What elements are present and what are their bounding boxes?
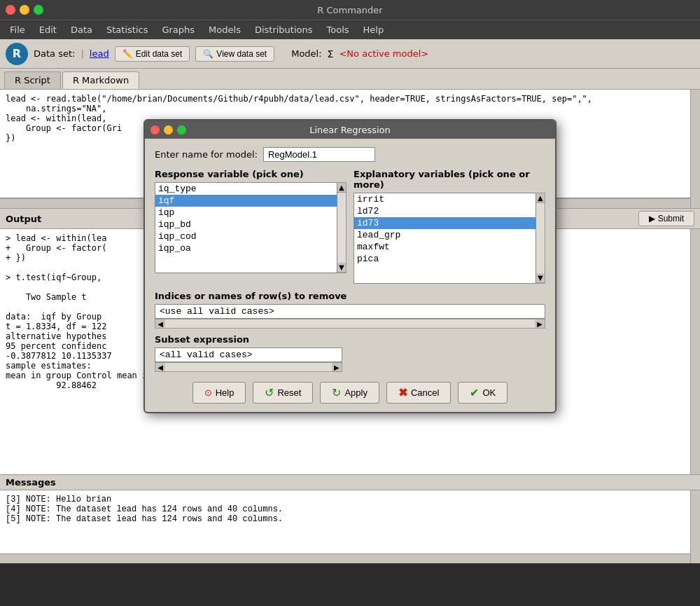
- variables-row: Response variable (pick one) iq_type iqf…: [155, 169, 545, 284]
- subset-section: Subset expression ◀ ▶: [155, 334, 545, 372]
- scroll-up-arrow[interactable]: ▲: [337, 183, 346, 193]
- indices-input[interactable]: [155, 304, 545, 319]
- apply-button[interactable]: ↻ Apply: [320, 382, 379, 404]
- dialog-maximize-button[interactable]: [177, 125, 186, 135]
- subset-input[interactable]: [155, 347, 342, 362]
- scroll-up-arrow[interactable]: ▲: [536, 193, 545, 203]
- scroll-left-arrow[interactable]: ◀: [155, 319, 165, 329]
- help-button[interactable]: ⊙ Help: [192, 382, 246, 404]
- explanatory-scrollbar[interactable]: ▲ ▼: [536, 193, 545, 284]
- list-item[interactable]: ld72: [354, 205, 536, 217]
- response-label: Response variable (pick one): [155, 169, 346, 179]
- subset-label: Subset expression: [155, 334, 545, 345]
- hscroll-track: [165, 319, 535, 328]
- response-variable-col: Response variable (pick one) iq_type iqf…: [155, 169, 346, 284]
- apply-icon: ↻: [332, 386, 341, 399]
- scroll-right-arrow[interactable]: ▶: [535, 319, 545, 329]
- model-name-label: Enter name for model:: [155, 149, 258, 160]
- cancel-button[interactable]: ✖ Cancel: [386, 382, 451, 404]
- explanatory-listbox-wrapper: irrit ld72 id73 lead_grp maxfwt pica ▲ ▼: [354, 193, 545, 284]
- scroll-down-arrow[interactable]: ▼: [536, 273, 545, 283]
- scroll-left-arrow[interactable]: ◀: [155, 362, 165, 372]
- indices-section: Indices or names of row(s) to remove ◀ ▶: [155, 291, 545, 329]
- dialog-title-bar: Linear Regression: [145, 120, 555, 139]
- explanatory-listbox[interactable]: irrit ld72 id73 lead_grp maxfwt pica: [354, 193, 536, 284]
- scroll-track: [536, 203, 545, 273]
- list-item[interactable]: pica: [354, 253, 536, 265]
- reset-icon: ↺: [265, 386, 274, 399]
- reset-button[interactable]: ↺ Reset: [253, 382, 313, 404]
- scroll-track: [337, 193, 346, 263]
- list-item[interactable]: id73: [354, 217, 536, 229]
- list-item[interactable]: lead_grp: [354, 229, 536, 241]
- cancel-icon: ✖: [398, 386, 407, 399]
- indices-hscrollbar[interactable]: ◀ ▶: [155, 319, 545, 329]
- dialog-minimize-button[interactable]: [164, 125, 173, 135]
- list-item[interactable]: iqp: [155, 207, 337, 219]
- list-item[interactable]: iqp_cod: [155, 230, 337, 242]
- list-item[interactable]: iq_type: [155, 183, 337, 195]
- model-name-input[interactable]: [263, 147, 375, 162]
- scroll-right-arrow[interactable]: ▶: [332, 362, 342, 372]
- response-listbox[interactable]: iq_type iqf iqp iqp_bd iqp_cod iqp_oa: [155, 182, 337, 273]
- list-item[interactable]: iqf: [155, 195, 337, 207]
- explanatory-variable-col: Explanatory variables (pick one or more)…: [354, 169, 545, 284]
- ok-icon: ✔: [470, 386, 479, 399]
- model-name-row: Enter name for model:: [155, 147, 545, 162]
- subset-hscrollbar[interactable]: ◀ ▶: [155, 362, 342, 372]
- dialog-close-button[interactable]: [150, 125, 160, 135]
- scroll-down-arrow[interactable]: ▼: [337, 263, 346, 273]
- response-scrollbar[interactable]: ▲ ▼: [337, 182, 346, 273]
- dialog-body: Enter name for model: Response variable …: [145, 139, 555, 412]
- list-item[interactable]: iqp_oa: [155, 242, 337, 254]
- linear-regression-dialog: Linear Regression Enter name for model: …: [144, 119, 556, 413]
- indices-label: Indices or names of row(s) to remove: [155, 291, 545, 301]
- hscroll-track: [165, 363, 332, 371]
- explanatory-label: Explanatory variables (pick one or more): [354, 169, 545, 190]
- dialog-title-buttons[interactable]: [150, 125, 186, 135]
- response-listbox-wrapper: iq_type iqf iqp iqp_bd iqp_cod iqp_oa ▲ …: [155, 182, 346, 273]
- dialog-title: Linear Regression: [309, 125, 391, 135]
- list-item[interactable]: iqp_bd: [155, 219, 337, 230]
- modal-overlay: Linear Regression Enter name for model: …: [0, 0, 700, 606]
- help-icon: ⊙: [204, 387, 212, 398]
- dialog-buttons: ⊙ Help ↺ Reset ↻ Apply ✖ Cancel ✔ OK: [155, 382, 545, 404]
- list-item[interactable]: irrit: [354, 193, 536, 205]
- list-item[interactable]: maxfwt: [354, 241, 536, 253]
- ok-button[interactable]: ✔ OK: [458, 382, 507, 404]
